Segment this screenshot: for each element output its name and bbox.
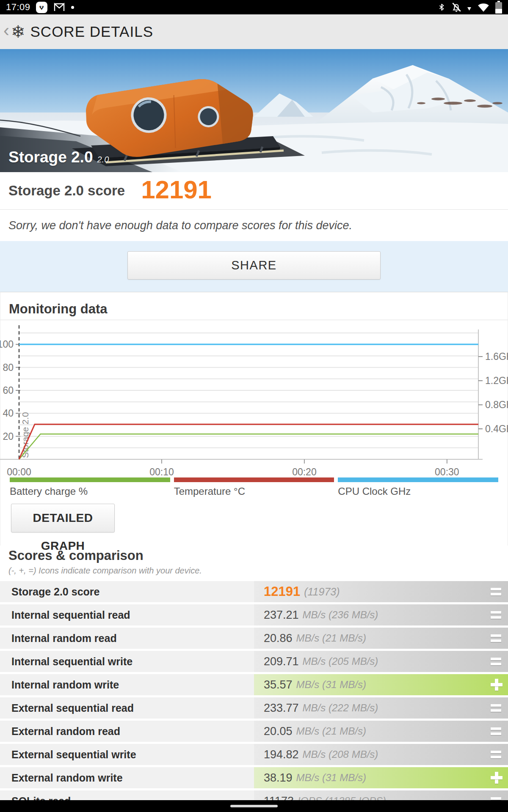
wifi-icon: [477, 2, 490, 13]
back-button[interactable]: ‹: [3, 22, 9, 39]
share-button[interactable]: SHARE: [127, 251, 381, 280]
svg-text:00:00: 00:00: [7, 466, 31, 477]
score-section: Storage 2.0 score 12191: [0, 172, 508, 210]
row-label: Storage 2.0 score: [0, 581, 254, 602]
legend-color-bar: [338, 477, 498, 482]
gmail-icon: [53, 2, 66, 13]
monitoring-chart[interactable]: 204060801000.4GHz0.8GHz1.2GHz1.6GHz00:00…: [0, 320, 508, 477]
legend-label: Battery charge %: [10, 486, 170, 497]
monitoring-title: Monitoring data: [9, 302, 107, 317]
svg-text:20: 20: [3, 431, 14, 442]
svg-text:40: 40: [3, 408, 14, 419]
comparison-equal-icon: [491, 611, 501, 619]
comparison-equal-icon: [491, 658, 501, 665]
row-value: 12191: [264, 584, 300, 599]
comparison-equal-icon: [491, 704, 501, 712]
row-comparison-value: (11973): [304, 586, 340, 598]
comparison-plus-icon: [491, 772, 502, 784]
row-comparison-value: MB/s (31 MB/s): [296, 772, 366, 784]
clock: 17:09: [6, 2, 30, 13]
svg-text:0.4GHz: 0.4GHz: [485, 423, 508, 434]
score-value: 12191: [141, 175, 212, 204]
legend-label: CPU Clock GHz: [338, 486, 498, 497]
row-value-cell: 38.19MB/s (31 MB/s): [254, 767, 508, 788]
chart-legend: Battery charge %Temperature °CCPU Clock …: [0, 477, 508, 497]
row-value-cell: 12191(11973): [254, 581, 508, 602]
hero-title: Storage 2.0: [8, 148, 93, 166]
table-row: Internal sequential read237.21MB/s (236 …: [0, 604, 508, 625]
table-row: External sequential read233.77MB/s (222 …: [0, 697, 508, 719]
svg-text:80: 80: [3, 362, 14, 373]
scores-comparison-title: Scores & comparison: [8, 548, 144, 563]
row-value: 35.57: [264, 678, 293, 691]
row-label: External random read: [0, 721, 254, 742]
table-row: Storage 2.0 score12191(11973): [0, 581, 508, 602]
status-bar: 17:09 ♥ ∨: [0, 0, 508, 14]
row-value: 38.19: [264, 771, 293, 785]
legend-color-bar: [174, 477, 334, 482]
row-value-cell: 35.57MB/s (31 MB/s): [254, 674, 508, 695]
row-value-cell: 20.86MB/s (21 MB/s): [254, 628, 508, 649]
notifications-off-icon: [451, 2, 462, 13]
table-row: External random write38.19MB/s (31 MB/s): [0, 767, 508, 788]
row-comparison-value: MB/s (21 MB/s): [296, 632, 366, 644]
row-value: 194.82: [264, 748, 299, 761]
row-value: 209.71: [264, 655, 299, 668]
row-value: 20.05: [264, 725, 293, 738]
svg-text:1.2GHz: 1.2GHz: [485, 375, 508, 386]
table-row: Internal sequential write209.71MB/s (205…: [0, 651, 508, 672]
row-value-cell: 194.82MB/s (208 MB/s): [254, 744, 508, 765]
row-value-cell: 237.21MB/s (236 MB/s): [254, 604, 508, 625]
svg-text:Storage 2.0: Storage 2.0: [20, 412, 30, 458]
row-value: 20.86: [264, 632, 293, 645]
row-label: External sequential read: [0, 697, 254, 719]
score-label: Storage 2.0 score: [8, 183, 125, 199]
svg-text:1.6GHz: 1.6GHz: [485, 351, 508, 362]
battery-icon: [495, 1, 502, 14]
detailed-graph-button[interactable]: DETAILED GRAPH: [11, 504, 115, 532]
comparison-equal-icon: [491, 588, 501, 595]
monitoring-section: Monitoring data 204060801000.4GHz0.8GHz1…: [0, 292, 508, 546]
table-row: External random read20.05MB/s (21 MB/s): [0, 721, 508, 742]
legend-label: Temperature °C: [174, 486, 334, 497]
notification-dot-icon: [71, 6, 74, 9]
security-app-icon: ♥ ∨: [36, 2, 47, 13]
legend-item: Battery charge %: [10, 477, 170, 497]
row-comparison-value: MB/s (222 MB/s): [303, 702, 378, 714]
scores-table: Storage 2.0 score12191(11973)Internal se…: [0, 581, 508, 812]
comparison-plus-icon: [491, 679, 502, 691]
share-band: SHARE: [0, 241, 508, 292]
svg-text:00:30: 00:30: [435, 466, 459, 477]
row-value: 233.77: [264, 702, 299, 715]
legend-color-bar: [10, 477, 170, 482]
chevron-icon: ∨: [40, 4, 43, 9]
legend-item: CPU Clock GHz: [338, 477, 498, 497]
hero-image: Storage 2.0 2.0: [0, 49, 508, 172]
bottom-nav-bar: [0, 800, 508, 812]
table-row: Internal random read20.86MB/s (21 MB/s): [0, 628, 508, 649]
comparison-equal-icon: [491, 751, 501, 758]
row-comparison-value: MB/s (236 MB/s): [303, 609, 378, 621]
svg-text:100: 100: [0, 339, 14, 350]
row-label: Internal sequential write: [0, 651, 254, 672]
row-label: External random write: [0, 767, 254, 788]
notice-text: Sorry, we don't have enough data to comp…: [8, 219, 352, 232]
comparison-equal-icon: [491, 634, 501, 642]
svg-text:0.8GHz: 0.8GHz: [485, 399, 508, 410]
svg-text:00:20: 00:20: [292, 466, 317, 477]
gesture-navigation-handle[interactable]: [230, 805, 278, 807]
table-row: External sequential write194.82MB/s (208…: [0, 744, 508, 765]
row-value-cell: 20.05MB/s (21 MB/s): [254, 721, 508, 742]
notice-section: Sorry, we don't have enough data to comp…: [0, 210, 508, 241]
row-label: Internal sequential read: [0, 604, 254, 625]
row-comparison-value: MB/s (31 MB/s): [296, 679, 366, 691]
row-comparison-value: MB/s (21 MB/s): [296, 725, 366, 737]
svg-text:00:10: 00:10: [149, 466, 174, 477]
row-value: 237.21: [264, 609, 299, 622]
row-comparison-value: MB/s (205 MB/s): [303, 656, 378, 667]
legend-item: Temperature °C: [174, 477, 334, 497]
row-value-cell: 209.71MB/s (205 MB/s): [254, 651, 508, 672]
row-label: External sequential write: [0, 744, 254, 765]
row-value-cell: 233.77MB/s (222 MB/s): [254, 697, 508, 719]
row-label: Internal random read: [0, 628, 254, 649]
